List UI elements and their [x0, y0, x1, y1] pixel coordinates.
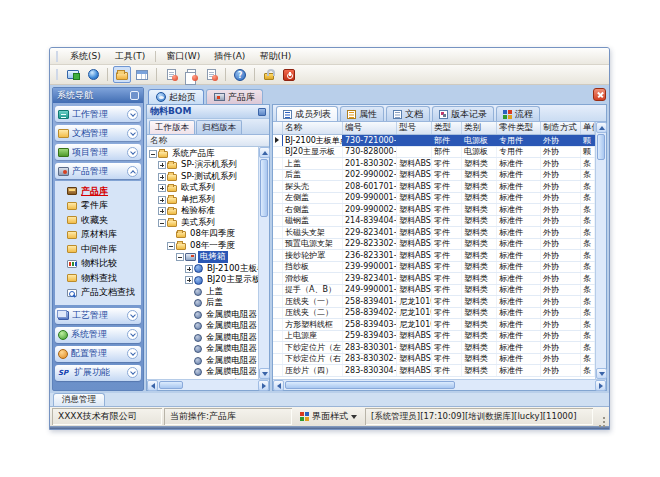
chevron-down-icon[interactable]	[127, 348, 138, 359]
scroll-left-icon[interactable]	[273, 380, 284, 391]
chevron-down-icon[interactable]	[127, 128, 138, 139]
tree-node-1[interactable]: SP-演示机系列	[147, 160, 258, 172]
toolbar-button-folder-open-icon[interactable]	[113, 66, 131, 83]
tree-node-18[interactable]: 金属膜电阻器	[147, 355, 258, 367]
toolbar-button-doc-delete-icon[interactable]	[202, 66, 220, 83]
table-row[interactable]: 挡纱板239-990001-01E塑料ABS零件塑料类标准件外协条	[273, 262, 595, 274]
pin-icon[interactable]	[258, 108, 266, 116]
scroll-up-icon[interactable]	[259, 147, 270, 158]
tree-node-11[interactable]: BJ20主显示板	[147, 275, 258, 287]
grid-vscroll-thumb[interactable]	[597, 134, 605, 160]
chevron-down-icon[interactable]	[127, 310, 138, 321]
table-row[interactable]: 压线夹（二）258-839402-00E尼龙1010零件塑料类标准件外协条	[273, 308, 595, 320]
sidebar-group-6[interactable]: 配置管理	[55, 346, 141, 362]
toolbar-button-doc-new-icon[interactable]	[162, 66, 180, 83]
menu-item-3[interactable]: 插件(A)	[207, 49, 252, 64]
sidebar-group-4[interactable]: 工艺管理	[55, 308, 141, 324]
member-tab-1[interactable]: 属性	[340, 106, 384, 121]
tree-node-0[interactable]: 系统产品库	[147, 148, 258, 160]
table-row[interactable]: 压纱片（四）283-830304-00E塑料ABS零件塑料类标准件外协条	[273, 365, 595, 377]
chevron-down-icon[interactable]	[127, 367, 138, 378]
grid-header-col-3[interactable]: 类型	[432, 122, 462, 134]
tree-node-5[interactable]: 检验标准	[147, 206, 258, 218]
collapse-icon[interactable]	[176, 253, 184, 261]
table-row[interactable]: 接纱轮护罩236-823301-00E塑料ABS零件塑料类标准件外协条	[273, 250, 595, 262]
sidebar-group-1[interactable]: 文档管理	[55, 125, 141, 141]
sidebar-item-6[interactable]: 物料查找	[67, 273, 141, 283]
scroll-up-icon[interactable]	[596, 122, 607, 133]
chevron-down-icon[interactable]	[127, 147, 138, 158]
table-row[interactable]: 下纱定位片（左）283-830301-00E塑料ABS零件塑料类标准件外协条	[273, 342, 595, 354]
sidebar-item-1[interactable]: 零件库	[67, 201, 141, 211]
bom-tab-1[interactable]: 归档版本	[196, 120, 242, 134]
doc-tab-1[interactable]: 产品库	[206, 89, 263, 104]
grid-header-col-4[interactable]: 类别	[462, 122, 497, 134]
table-row[interactable]: 预置电源支架229-823302-00E塑料ABS零件塑料类标准件外协条	[273, 239, 595, 251]
menu-item-1[interactable]: 工具(T)	[108, 49, 153, 64]
menu-item-2[interactable]: 窗口(W)	[159, 49, 207, 64]
resize-grip[interactable]	[595, 408, 607, 425]
tree-node-9[interactable]: 电烤箱	[147, 252, 258, 264]
member-tab-3[interactable]: 版本记录	[432, 106, 494, 121]
sidebar-item-2[interactable]: 收藏夹	[67, 215, 141, 225]
toolbar-button-exit-icon[interactable]	[280, 66, 298, 83]
member-tab-4[interactable]: 流程	[496, 106, 540, 121]
grid-hscroll-thumb[interactable]	[285, 381, 455, 389]
table-row[interactable]: 上盖201-830302-00E塑料ABS零件塑料类标准件外协条	[273, 158, 595, 170]
expand-icon[interactable]	[185, 276, 193, 284]
tree-node-19[interactable]: 金属膜电阻器	[147, 367, 258, 379]
tree-hscroll-thumb[interactable]	[159, 381, 183, 389]
expand-icon[interactable]	[158, 207, 166, 215]
table-row[interactable]: 提手（A、B）249-990001-01E塑料ABS零件塑料类标准件外协条	[273, 285, 595, 297]
member-tab-2[interactable]: 文档	[386, 106, 430, 121]
table-row[interactable]: 方形塑料线框258-839403-00E尼龙1010零件塑料类标准件外协条	[273, 319, 595, 331]
expand-icon[interactable]	[158, 173, 166, 181]
expand-icon[interactable]	[158, 161, 166, 169]
chevron-down-icon[interactable]	[127, 109, 138, 120]
tree-node-4[interactable]: 单把系列	[147, 194, 258, 206]
table-row[interactable]: 右侧盖209-990002-01E塑料ABS零件塑料类标准件外协条	[273, 204, 595, 216]
grid-header-col-2[interactable]: 型号	[397, 122, 432, 134]
sidebar-collapse-icon[interactable]	[130, 91, 139, 100]
doc-tab-0[interactable]: 起始页	[148, 89, 204, 104]
collapse-icon[interactable]	[167, 242, 175, 250]
ui-style-button[interactable]: 界面样式	[294, 408, 363, 425]
member-tab-0[interactable]: 成员列表	[276, 106, 338, 121]
table-row[interactable]: 长磁头支架229-823401-00E塑料ABS零件塑料类标准件外协条	[273, 227, 595, 239]
close-button[interactable]	[593, 88, 606, 101]
message-manage-tab[interactable]: 消息管理	[53, 393, 105, 406]
toolbar-button-globe-icon[interactable]	[84, 66, 102, 83]
sidebar-group-5[interactable]: 系统管理	[55, 327, 141, 343]
table-row[interactable]: 压线夹（一）258-839401-00E尼龙1010零件塑料类标准件外协条	[273, 296, 595, 308]
sidebar-item-7[interactable]: 产品文档查找	[67, 288, 141, 298]
table-row[interactable]: BJ-2100主板单点730-721000-12E部件电源板专用件外协颗	[273, 135, 595, 147]
sidebar-group-0[interactable]: 工作管理	[55, 106, 141, 122]
toolbar-button-lock-icon[interactable]	[260, 66, 278, 83]
sidebar-group-2[interactable]: 项目管理	[55, 144, 141, 160]
toolbar-button-doc-copy-icon[interactable]	[182, 66, 200, 83]
tree-node-15[interactable]: 金属膜电阻器	[147, 321, 258, 333]
tree-node-13[interactable]: 后盖	[147, 298, 258, 310]
sidebar-group-7[interactable]: SP扩展功能	[55, 365, 141, 381]
toolbar-button-grid-icon[interactable]	[133, 66, 151, 83]
grid-header-col-6[interactable]: 制造方式	[541, 122, 581, 134]
scroll-down-icon[interactable]	[596, 368, 607, 379]
bom-tab-0[interactable]: 工作版本	[149, 120, 195, 134]
tree-node-12[interactable]: 上盖	[147, 286, 258, 298]
grid-header-col-7[interactable]: 单位	[581, 122, 595, 134]
scroll-down-icon[interactable]	[259, 368, 270, 379]
tree-node-3[interactable]: 欧式系列	[147, 183, 258, 195]
sidebar-item-0[interactable]: 产品库	[67, 186, 141, 196]
toolbar-button-monitor-icon[interactable]	[64, 66, 82, 83]
grid-header-col-5[interactable]: 零件类型	[497, 122, 541, 134]
tree-node-14[interactable]: 金属膜电阻器	[147, 309, 258, 321]
grid-header-col-1[interactable]: 编号	[343, 122, 397, 134]
tree-node-2[interactable]: SP-测试机系列	[147, 171, 258, 183]
menu-item-0[interactable]: 系统(S)	[63, 49, 108, 64]
table-row[interactable]: 后盖202-990002-01E塑料ABS零件塑料类标准件外协条	[273, 170, 595, 182]
tree-node-16[interactable]: 金属膜电阻器	[147, 332, 258, 344]
grid-header-col-0[interactable]: 名称	[283, 122, 343, 134]
table-row[interactable]: 探头壳208-601701-01E塑料ABS零件塑料类标准件外协条	[273, 181, 595, 193]
tree-vscroll-thumb[interactable]	[260, 159, 268, 217]
scroll-right-icon[interactable]	[258, 380, 269, 391]
